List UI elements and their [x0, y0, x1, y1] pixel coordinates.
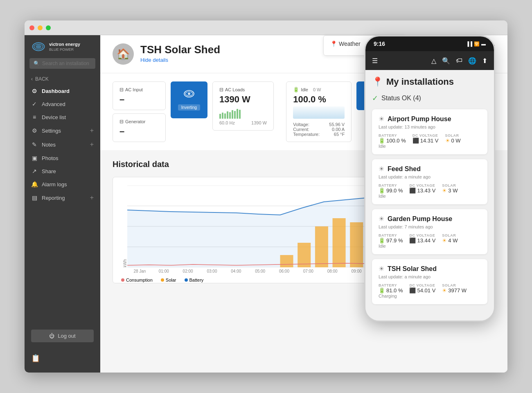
mobile-solar-stat-1: SOLAR ☀ 0 W: [445, 133, 461, 149]
mobile-dc-stat-3: DC VOLTAGE ⬛ 13.44 V: [409, 233, 435, 248]
list-item[interactable]: ☀ Feed Shed Last update: a minute ago BA…: [372, 159, 487, 204]
battery-icon: 🔋: [293, 87, 299, 93]
sidebar-item-share[interactable]: ↗ Share: [25, 165, 100, 178]
dc-icon-2: ⬛: [409, 187, 416, 194]
generator-icon: ⊟: [119, 119, 124, 124]
mobile-status-ok: ✓ Status OK (4): [372, 94, 487, 103]
mobile-solar-stat-2: SOLAR ☀ 3 W: [442, 183, 458, 199]
battery-chart: [293, 106, 345, 119]
list-item[interactable]: ☀ Garden Pump House Last update: 7 minut…: [372, 209, 487, 254]
inverter-logo-icon: [183, 90, 195, 100]
ac-loads-freq: 60.0 Hz: [219, 120, 235, 125]
svg-rect-8: [280, 255, 293, 267]
sidebar-search[interactable]: 🔍: [29, 58, 95, 69]
list-item[interactable]: ☀ TSH Solar Shed Last update: a minute a…: [372, 259, 487, 304]
historical-title: Historical data: [113, 160, 169, 169]
solar-icon-3: ☀: [442, 237, 447, 244]
solar-icon-2: ☀: [442, 187, 447, 194]
mobile-menu-icon[interactable]: ☰: [372, 57, 378, 65]
dc-icon-1: ⬛: [413, 138, 419, 144]
notes-plus-icon[interactable]: +: [90, 141, 94, 148]
mobile-solar-stat-4: SOLAR ☀ 3977 W: [442, 283, 467, 298]
notes-icon: ✎: [31, 141, 38, 148]
dc-icon-4: ⬛: [409, 287, 416, 294]
ac-input-card: ⊟ AC Input –: [113, 81, 166, 110]
battery-icon-3: 🔋: [379, 237, 385, 244]
back-arrow-icon: ‹: [31, 76, 33, 82]
sidebar-item-alarm-logs[interactable]: 🔔 Alarm logs: [25, 178, 100, 191]
generator-value: –: [119, 126, 159, 137]
ac-loads-card: ⊟ AC Loads 1390 W: [212, 81, 274, 131]
sidebar: victron energy BLUE POWER 🔍 ‹ BACK ⊙ Das…: [25, 35, 100, 373]
sidebar-logo: victron energy BLUE POWER: [25, 42, 100, 58]
close-button[interactable]: [29, 25, 34, 30]
mobile-time: 9:16: [374, 41, 385, 47]
center-column: Inverting: [171, 81, 207, 118]
mobile-alert-icon[interactable]: △: [431, 57, 436, 65]
sidebar-item-dashboard[interactable]: ⊙ Dashboard: [25, 84, 100, 97]
inverter-status: Inverting: [178, 104, 200, 111]
installation-sun-icon-2: ☀: [379, 165, 384, 173]
mobile-battery-stat-2: BATTERY 🔋 99.0 % Idle: [379, 183, 403, 199]
ac-input-icon: ⊟: [119, 87, 124, 93]
battery-percent: 100.0 %: [293, 94, 345, 105]
mobile-status-bar: 9:16 ▐▐ 🛜 ▬: [365, 36, 494, 51]
browser-window: victron energy BLUE POWER 🔍 ‹ BACK ⊙ Das…: [25, 20, 507, 373]
mobile-tag-icon[interactable]: 🏷: [456, 57, 462, 64]
ac-input-value: –: [119, 94, 159, 105]
mobile-status-icons: ▐▐ 🛜 ▬: [466, 41, 486, 47]
back-button[interactable]: ‹ BACK: [25, 74, 100, 84]
logout-button[interactable]: ⏻ Log out: [31, 330, 94, 342]
solar-icon-1: ☀: [445, 138, 450, 144]
ac-loads-value: 1390 W: [219, 94, 267, 105]
sidebar-item-photos[interactable]: ▣ Photos: [25, 151, 100, 165]
sidebar-item-reporting[interactable]: ▤ Reporting +: [25, 191, 100, 205]
mobile-upload-icon[interactable]: ⬆: [482, 57, 487, 65]
mobile-dc-stat-1: DC VOLTAGE ⬛ 14.31 V: [413, 133, 439, 149]
left-column: ⊟ AC Input – ⊟ Generator –: [113, 81, 166, 142]
mobile-search-icon[interactable]: 🔍: [442, 57, 450, 65]
inverter-box: Inverting: [171, 81, 207, 118]
sidebar-bottom-icon: 📋: [25, 350, 100, 366]
mobile-globe-icon[interactable]: 🌐: [468, 57, 476, 65]
sidebar-item-notes[interactable]: ✎ Notes +: [25, 138, 100, 151]
svg-rect-10: [315, 226, 328, 267]
battery-card: 🔋 Idle 0 W 100.0 % Voltage: 55.96 V: [286, 81, 352, 142]
dashboard-icon: ⊙: [31, 88, 38, 94]
status-ok-check-icon: ✓: [372, 94, 378, 103]
hide-details-link[interactable]: Hide details: [140, 57, 168, 63]
reporting-plus-icon[interactable]: +: [90, 194, 94, 201]
mobile-content: 📍 My installations ✓ Status OK (4) ☀ Air…: [365, 70, 494, 322]
y-axis-label: kWh: [121, 185, 127, 267]
list-item[interactable]: ☀ Airport Pump House Last update: 13 min…: [372, 109, 487, 154]
legend-solar: Solar: [161, 278, 176, 282]
generator-card: ⊟ Generator –: [113, 113, 166, 142]
browser-chrome: [25, 20, 507, 35]
ac-loads-power: 1390 W: [251, 120, 267, 125]
installation-avatar: 🏠: [113, 43, 134, 65]
device-list-icon: ≡: [31, 114, 38, 120]
sidebar-item-advanced[interactable]: ✓ Advanced: [25, 97, 100, 111]
photos-icon: ▣: [31, 155, 38, 161]
reporting-icon: ▤: [31, 194, 38, 201]
ac-loads-icon: ⊟: [219, 87, 223, 93]
settings-plus-icon[interactable]: +: [90, 127, 94, 134]
maximize-button[interactable]: [46, 25, 51, 30]
battery-status-icon: ▬: [481, 41, 486, 46]
sidebar-item-device-list[interactable]: ≡ Device list: [25, 111, 100, 124]
minimize-button[interactable]: [38, 25, 43, 30]
mobile-solar-stat-3: SOLAR ☀ 4 W: [442, 233, 458, 248]
battery-icon-1: 🔋: [379, 138, 385, 144]
mobile-battery-stat-1: BATTERY 🔋 100.0 % Idle: [379, 133, 406, 149]
share-icon: ↗: [31, 168, 38, 174]
logout-icon: ⏻: [49, 333, 54, 339]
svg-point-0: [188, 93, 190, 95]
svg-rect-11: [333, 218, 346, 267]
settings-icon: ⚙: [31, 127, 38, 134]
search-input[interactable]: [42, 61, 91, 66]
weather-location-icon: 📍: [330, 41, 337, 47]
svg-rect-12: [350, 222, 363, 267]
dc-icon-3: ⬛: [409, 237, 416, 244]
sidebar-item-settings[interactable]: ⚙ Settings +: [25, 124, 100, 138]
battery-icon-2: 🔋: [379, 187, 385, 194]
